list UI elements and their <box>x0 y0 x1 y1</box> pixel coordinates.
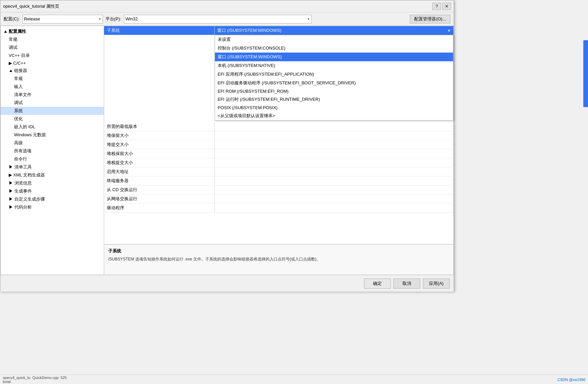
tree-item[interactable]: 调试 <box>1 44 104 52</box>
dropdown-item[interactable]: POSIX (/SUBSYSTEM:POSIX) <box>215 104 453 111</box>
dropdown-item[interactable]: EFI ROM (/SUBSYSTEM:EFI_ROM) <box>215 87 453 95</box>
property-row: 所需的最低版本 <box>104 122 453 131</box>
property-name: 驱动程序 <box>104 204 215 212</box>
description-panel: 子系统 /SUBSYSTEM 选项告知操作系统如何运行 .exe 文件。子系统的… <box>104 244 453 275</box>
dropdown-item[interactable]: EFI 启动服务驱动程序 (/SUBSYSTEM:EFI_BOOT_SERVIC… <box>215 79 453 87</box>
property-row: 从网络交换运行 <box>104 195 453 204</box>
property-value[interactable] <box>215 204 453 212</box>
tree-item[interactable]: 嵌入的 IDL <box>1 123 104 131</box>
dropdown-item[interactable]: 未设置 <box>215 35 453 44</box>
tree-item[interactable]: 调试 <box>1 99 104 107</box>
scrollbar-thumb[interactable] <box>583 40 588 107</box>
subsystem-dropdown-arrow[interactable]: ▼ <box>445 26 453 35</box>
tree-item[interactable]: 优化 <box>1 115 104 123</box>
tree-item[interactable]: 常规 <box>1 35 104 44</box>
tree-item[interactable]: ▲ 配置属性 <box>1 27 104 35</box>
dropdown-item[interactable]: 窗口 (/SUBSYSTEM:WINDOWS) <box>215 53 453 61</box>
tree-item[interactable]: 常规 <box>1 75 104 83</box>
tree-item[interactable]: Windows 元数据 <box>1 131 104 139</box>
header-value-col: 窗口 (/SUBSYSTEM:WINDOWS) <box>215 26 453 35</box>
property-value[interactable] <box>215 185 453 194</box>
status-right: CSDN @zw1996 <box>558 378 585 382</box>
property-row: 堆保留大小 <box>104 131 453 140</box>
main-content: ▲ 配置属性常规调试VC++ 目录▶ C/C++▲ 链接器常规输入清单文件调试系… <box>0 26 454 275</box>
cancel-button[interactable]: 取消 <box>393 279 420 289</box>
close-button[interactable]: ✕ <box>442 3 451 10</box>
property-name: 堆保留大小 <box>104 131 215 140</box>
status-bar: opecv4_quick_tu QuickDemo.cpp 525 torial… <box>0 375 588 384</box>
property-name: 终端服务器 <box>104 176 215 185</box>
property-value[interactable] <box>215 140 453 149</box>
status-left: opecv4_quick_tu QuickDemo.cpp 525 torial <box>3 376 67 384</box>
tree-item[interactable]: ▶ XML 文档生成器 <box>1 171 104 179</box>
tree-item[interactable]: ▲ 链接器 <box>1 67 104 75</box>
tree-item[interactable]: ▶ 自定义生成步骤 <box>1 195 104 203</box>
dialog-window: opecv4_quick_tutorial 属性页 ? ✕ 配置(C): Rel… <box>0 0 454 291</box>
config-manager-button[interactable]: 配置管理器(O)... <box>410 15 450 23</box>
ok-button[interactable]: 确定 <box>364 279 391 289</box>
tree-item[interactable]: 清单文件 <box>1 91 104 99</box>
property-row: 堆栈提交大小 <box>104 158 453 167</box>
tree-item[interactable]: ▶ 浏览信息 <box>1 179 104 187</box>
property-value[interactable] <box>215 122 453 131</box>
tree-item[interactable]: VC++ 目录 <box>1 52 104 60</box>
tree-item[interactable]: ▶ 清单工具 <box>1 163 104 171</box>
dropdown-item[interactable]: EFI 运行时 (/SUBSYSTEM:EFI_RUNTIME_DRIVER) <box>215 95 453 104</box>
property-name: 从 CD 交换运行 <box>104 185 215 194</box>
dropdown-item[interactable]: 控制台 (/SUBSYSTEM:CONSOLE) <box>215 44 453 53</box>
property-row: 从 CD 交换运行 <box>104 185 453 195</box>
description-title: 子系统 <box>108 248 449 254</box>
description-text: /SUBSYSTEM 选项告知操作系统如何运行 .exe 文件。子系统的选择会影… <box>108 256 449 262</box>
apply-button[interactable]: 应用(A) <box>423 279 450 289</box>
property-value[interactable] <box>215 195 453 203</box>
subsystem-dropdown: 未设置控制台 (/SUBSYSTEM:CONSOLE)窗口 (/SUBSYSTE… <box>215 35 453 121</box>
property-value[interactable] <box>215 158 453 167</box>
right-panel: 子系统 窗口 (/SUBSYSTEM:WINDOWS) ▼ 未设置控制台 (/S… <box>104 26 454 275</box>
platform-select-wrapper: Win32 <box>124 15 311 23</box>
dropdown-item[interactable]: 本机 (/SUBSYSTEM:NATIVE) <box>215 61 453 70</box>
tree-item[interactable]: 输入 <box>1 83 104 91</box>
tree-item[interactable]: ▶ 生成事件 <box>1 187 104 195</box>
property-value[interactable] <box>215 149 453 158</box>
tree-item[interactable]: 高级 <box>1 139 104 147</box>
title-controls: ? ✕ <box>432 3 451 10</box>
tree-panel: ▲ 配置属性常规调试VC++ 目录▶ C/C++▲ 链接器常规输入清单文件调试系… <box>0 26 104 275</box>
config-select[interactable]: Release <box>22 15 103 23</box>
property-name: 启用大地址 <box>104 167 215 176</box>
config-select-wrapper: Release <box>22 15 103 23</box>
title-bar: opecv4_quick_tutorial 属性页 ? ✕ <box>0 0 454 12</box>
dropdown-item[interactable]: EFI 应用程序 (/SUBSYSTEM:EFI_APPLICATION) <box>215 70 453 79</box>
tree-item[interactable]: 系统 <box>1 107 104 115</box>
help-button[interactable]: ? <box>432 3 441 10</box>
property-value[interactable] <box>215 176 453 185</box>
tree-item[interactable]: 所有选项 <box>1 147 104 155</box>
dialog-title: opecv4_quick_tutorial 属性页 <box>3 3 59 9</box>
tree-item[interactable]: 命令行 <box>1 155 104 163</box>
properties-header: 子系统 窗口 (/SUBSYSTEM:WINDOWS) ▼ <box>104 26 453 35</box>
property-row: 启用大地址 <box>104 167 453 176</box>
property-name: 堆栈提交大小 <box>104 158 215 167</box>
button-bar: 确定 取消 应用(A) <box>0 275 454 292</box>
property-name: 所需的最低版本 <box>104 122 215 131</box>
property-name: 堆提交大小 <box>104 140 215 149</box>
other-rows-spacer: 所需的最低版本堆保留大小堆提交大小堆栈保留大小堆栈提交大小启用大地址终端服务器从… <box>104 122 453 213</box>
properties-table: 子系统 窗口 (/SUBSYSTEM:WINDOWS) ▼ 未设置控制台 (/S… <box>104 26 453 244</box>
property-row: 堆提交大小 <box>104 140 453 149</box>
platform-select[interactable]: Win32 <box>124 15 311 23</box>
header-name-col: 子系统 <box>104 26 215 35</box>
config-label: 配置(C): <box>4 16 20 22</box>
property-row: 驱动程序 <box>104 204 453 213</box>
platform-label: 平台(P): <box>105 16 121 22</box>
dropdown-item[interactable]: <从父级或项目默认设置继承> <box>215 111 453 120</box>
property-row: 堆栈保留大小 <box>104 149 453 158</box>
property-name: 从网络交换运行 <box>104 195 215 203</box>
config-bar: 配置(C): Release 平台(P): Win32 配置管理器(O)... <box>0 12 454 26</box>
property-value[interactable] <box>215 131 453 140</box>
property-name: 堆栈保留大小 <box>104 149 215 158</box>
property-row: 终端服务器 <box>104 176 453 185</box>
tree-item[interactable]: ▶ 代码分析 <box>1 203 104 211</box>
property-value[interactable] <box>215 167 453 176</box>
tree-item[interactable]: ▶ C/C++ <box>1 60 104 67</box>
